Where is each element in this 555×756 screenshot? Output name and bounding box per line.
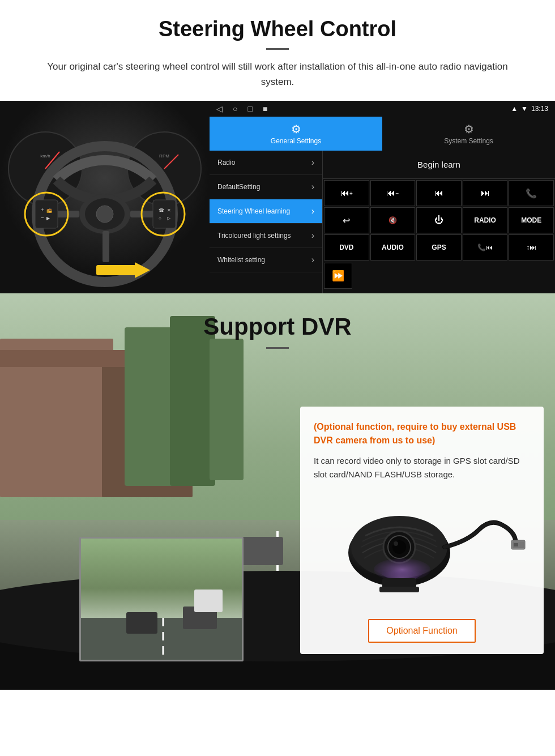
tab-system-label: System Settings	[444, 137, 493, 145]
tab-general-label: General Settings	[271, 137, 321, 145]
dvr-camera-svg	[314, 490, 530, 604]
dvr-title: Support DVR	[34, 313, 521, 340]
page-title: Steering Wheel Control	[34, 17, 521, 41]
chevron-icon: ›	[311, 157, 314, 168]
header-section: Steering Wheel Control Your original car…	[0, 0, 555, 101]
main-content: Radio › DefaultSetting › Steering Wheel …	[210, 151, 555, 293]
ctrl-phone-prev[interactable]: 📞⏮	[463, 234, 508, 260]
ctrl-vol-up[interactable]: ⏮+	[324, 180, 369, 206]
chevron-icon: ›	[311, 182, 314, 192]
svg-rect-19	[153, 200, 176, 228]
svg-rect-47	[194, 590, 223, 612]
info-card-body: It can record video only to storage in G…	[314, 454, 530, 481]
begin-learn-button[interactable]: Begin learn	[417, 160, 460, 169]
dvr-camera-product	[314, 490, 530, 606]
ctrl-back[interactable]: ↩	[324, 207, 369, 233]
optional-function-container: Optional Function	[314, 614, 530, 643]
begin-learn-row: Begin learn	[323, 151, 555, 179]
menu-item-whitelist[interactable]: Whitelist setting ›	[210, 248, 322, 272]
control-grid-row1: ⏮+ ⏮− ⏮ ⏭ 📞 ↩ 🔇 ⏻ RADIO MODE DVD AUDIO G…	[323, 179, 555, 262]
svg-text:▷: ▷	[167, 216, 171, 221]
svg-text:○: ○	[159, 216, 161, 221]
nav-icons: ◁ ○ □ ■	[216, 104, 267, 113]
ctrl-special-bottom[interactable]: ⏩	[324, 263, 352, 289]
svg-text:📻: 📻	[46, 207, 52, 213]
dvr-section: Support DVR	[0, 293, 555, 690]
dvr-screenshot-svg	[81, 539, 244, 661]
menu-item-tricolour[interactable]: Tricoloured light settings ›	[210, 224, 322, 248]
ctrl-power[interactable]: ⏻	[416, 207, 462, 233]
ctrl-mute[interactable]: 🔇	[370, 207, 416, 233]
svg-rect-26	[96, 265, 136, 275]
signal-icon: ▲	[511, 105, 518, 113]
svg-point-53	[394, 541, 398, 546]
steering-wheel-image: km/h RPM +	[0, 101, 210, 293]
back-icon[interactable]: ◁	[216, 104, 223, 113]
chevron-icon: ›	[311, 206, 314, 216]
ctrl-mode[interactable]: MODE	[509, 207, 554, 233]
bottom-row: ⏩	[323, 262, 555, 290]
tab-general[interactable]: ⚙ General Settings	[210, 117, 382, 151]
menu-item-default[interactable]: DefaultSetting ›	[210, 175, 322, 199]
svg-rect-46	[126, 612, 157, 634]
optional-function-button[interactable]: Optional Function	[368, 619, 475, 643]
android-ui: ◁ ○ □ ■ ▲ ▼ 13:13 ⚙ General Settings ⚙ S…	[210, 101, 555, 293]
ctrl-gps[interactable]: GPS	[416, 234, 462, 260]
header-subtitle: Your original car's steering wheel contr…	[34, 59, 521, 89]
svg-point-10	[96, 206, 113, 223]
ctrl-audio[interactable]: AUDIO	[370, 234, 416, 260]
chevron-icon: ›	[311, 230, 314, 241]
status-bar-right: ▲ ▼ 13:13	[511, 105, 548, 113]
dvr-divider	[266, 347, 289, 349]
info-card: (Optional function, require to buy exter…	[300, 407, 544, 654]
svg-rect-38	[238, 537, 283, 565]
chevron-icon: ›	[311, 255, 314, 265]
ctrl-dvd[interactable]: DVD	[324, 234, 369, 260]
tab-system[interactable]: ⚙ System Settings	[382, 117, 555, 151]
svg-text:RPM: RPM	[159, 153, 169, 159]
home-icon[interactable]: ○	[233, 104, 237, 113]
svg-rect-60	[379, 587, 419, 592]
right-panel: Begin learn ⏮+ ⏮− ⏮ ⏭ 📞 ↩ 🔇 ⏻ RADIO MODE	[323, 151, 555, 293]
ctrl-next[interactable]: ⏭	[463, 180, 508, 206]
system-icon: ⚙	[464, 122, 474, 136]
menu-item-steering[interactable]: Steering Wheel learning ›	[210, 199, 322, 224]
ctrl-vol-down[interactable]: ⏮−	[370, 180, 416, 206]
ctrl-radio[interactable]: RADIO	[463, 207, 508, 233]
svg-text:☎: ☎	[159, 208, 164, 213]
dvr-screenshot	[79, 537, 244, 661]
svg-text:+: +	[41, 207, 44, 213]
left-menu: Radio › DefaultSetting › Steering Wheel …	[210, 151, 323, 293]
info-card-orange-text: (Optional function, require to buy exter…	[314, 420, 530, 447]
steering-section: km/h RPM +	[0, 101, 555, 293]
wifi-icon: ▼	[521, 105, 528, 113]
steering-wheel-svg: km/h RPM +	[0, 101, 210, 293]
status-bar: ◁ ○ □ ■ ▲ ▼ 13:13	[210, 101, 555, 117]
menu-icon[interactable]: ■	[263, 104, 267, 113]
gear-icon: ⚙	[291, 122, 301, 136]
ctrl-next-special[interactable]: ↕⏭	[509, 234, 554, 260]
svg-text:▶: ▶	[46, 216, 50, 221]
recents-icon[interactable]: □	[247, 104, 252, 113]
settings-tabs: ⚙ General Settings ⚙ System Settings	[210, 117, 555, 151]
title-divider	[266, 48, 289, 50]
svg-rect-58	[514, 543, 518, 546]
time-display: 13:13	[531, 105, 548, 113]
menu-item-radio[interactable]: Radio ›	[210, 151, 322, 175]
svg-text:−: −	[41, 215, 44, 221]
ctrl-phone[interactable]: 📞	[509, 180, 554, 206]
ctrl-prev[interactable]: ⏮	[416, 180, 462, 206]
svg-rect-14	[35, 200, 58, 228]
svg-text:km/h: km/h	[40, 153, 50, 159]
svg-rect-13	[103, 231, 109, 262]
dvr-screenshot-inner	[81, 539, 242, 660]
dvr-header: Support DVR	[0, 293, 555, 360]
svg-text:✕: ✕	[167, 208, 171, 213]
